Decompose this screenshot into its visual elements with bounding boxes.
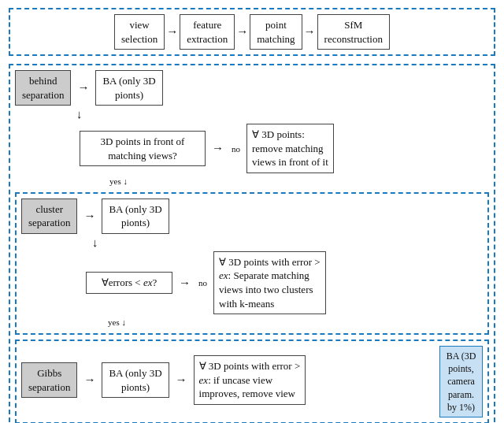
- gibbs-ba-box: BA (only 3Dpionts): [102, 362, 169, 398]
- arrow-behind-ba: →: [77, 82, 89, 94]
- gibbs-action-box: ∀ 3D points with error >ex: if uncase vi…: [194, 355, 306, 405]
- sfm-reconstruction-box: SfMreconstruction: [317, 14, 390, 50]
- diagram-container: viewselection → featureextraction → poin…: [9, 8, 495, 423]
- arrow-3: →: [304, 26, 316, 38]
- cluster-section: clusterseparation → BA (only 3Dpionts) ↓…: [15, 192, 489, 335]
- cluster-no-action-box: ∀ 3D points with error >ex: Separate mat…: [213, 251, 326, 314]
- yes-label-behind: yes ↓: [109, 176, 128, 186]
- arrow-1: →: [166, 26, 178, 38]
- yes-label-cluster: yes ↓: [108, 317, 126, 327]
- behind-ba-box: BA (only 3Dpionts): [95, 70, 162, 106]
- top-pipeline-row: viewselection → featureextraction → poin…: [9, 8, 495, 56]
- feature-extraction-box: featureextraction: [180, 14, 235, 50]
- arrow-cluster-ba: →: [83, 210, 95, 222]
- behind-no-action-box: ∀ 3D points:remove matchingviews in fron…: [246, 124, 334, 173]
- behind-decision-box: 3D points in front ofmatching views?: [80, 131, 206, 166]
- arrow-no-cluster: →: [179, 277, 191, 289]
- no-label-behind: no: [232, 144, 240, 154]
- cluster-decision-box: ∀errors < ex?: [86, 272, 172, 294]
- arrow-gibbs-ba: →: [83, 374, 95, 386]
- arrow-2: →: [236, 26, 248, 38]
- gibbs-side-ba-box: BA (3Dpoints,cameraparam.by 1%): [439, 346, 483, 417]
- gibbs-section: Gibbsseparation → BA (only 3Dpionts) → ∀…: [15, 340, 489, 423]
- behind-separation-box: behindseparation: [15, 70, 71, 106]
- arrow-no-behind: →: [212, 143, 224, 154]
- no-label-cluster: no: [198, 278, 207, 288]
- point-matching-box: pointmatching: [250, 14, 302, 50]
- arrow-down-cluster: ↓: [92, 236, 98, 249]
- cluster-separation-box: clusterseparation: [21, 199, 77, 234]
- arrow-down-to-decision: ↓: [76, 109, 83, 121]
- cluster-ba-box: BA (only 3Dpionts): [102, 199, 169, 234]
- main-outer-dashed-box: behindseparation → BA (only 3Dpionts) ↓ …: [9, 64, 495, 423]
- gibbs-separation-box: Gibbsseparation: [21, 362, 77, 398]
- view-selection-box: viewselection: [114, 14, 165, 50]
- arrow-gibbs-action: →: [176, 374, 187, 386]
- behind-section: behindseparation → BA (only 3Dpionts) ↓ …: [15, 70, 489, 186]
